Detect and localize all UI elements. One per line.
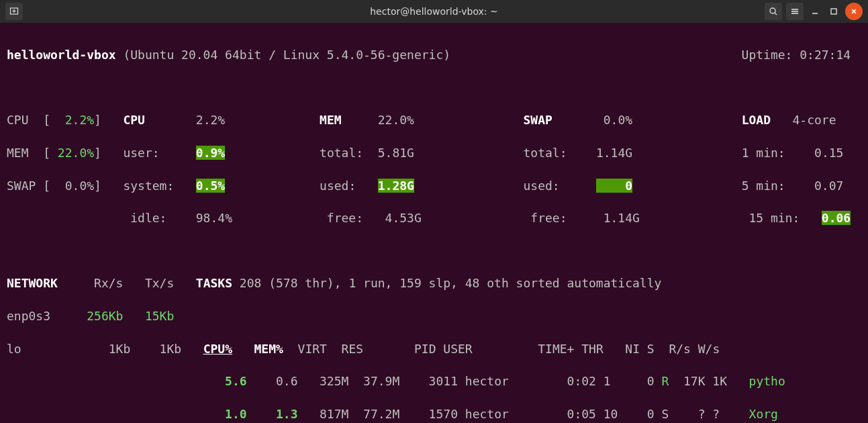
proc-wx: 1K bbox=[712, 374, 734, 388]
cpu-mini-label: CPU bbox=[7, 113, 43, 127]
window-titlebar: hector@helloworld-vbox: ~ bbox=[0, 0, 868, 23]
proc-time: 0:02 bbox=[560, 374, 596, 388]
proc-thr: 10 bbox=[604, 407, 626, 421]
col-wx: W/s bbox=[698, 342, 720, 356]
if2-rx: 1Kb bbox=[109, 342, 131, 356]
load-5-value: 0.07 bbox=[814, 179, 843, 193]
proc-virt: 817M bbox=[320, 407, 356, 421]
if1-name: enp0s3 bbox=[7, 309, 50, 323]
load-1-value: 0.15 bbox=[814, 146, 843, 160]
terminal-window: hector@helloworld-vbox: ~ helloworld-vbo… bbox=[0, 0, 868, 423]
header-line: helloworld-vbox (Ubuntu 20.04 64bit / Li… bbox=[7, 47, 861, 63]
col-user: USER bbox=[443, 342, 472, 356]
proc-ni: 0 bbox=[632, 374, 655, 388]
proc-rx: ? bbox=[683, 407, 706, 421]
proc-rx: 17K bbox=[683, 374, 706, 388]
mem-mini-label: MEM bbox=[7, 146, 43, 160]
swap-used-label: used: bbox=[524, 179, 560, 193]
new-tab-button[interactable] bbox=[5, 3, 23, 20]
stats-row-4: idle: 98.4% free: 4.53G free: 1.14G 15 m… bbox=[7, 210, 861, 226]
proc-pid: 1570 bbox=[422, 407, 458, 421]
proc-state: R bbox=[661, 374, 669, 388]
mem-total-label: total: bbox=[320, 146, 363, 160]
proc-wx: ? bbox=[712, 407, 734, 421]
col-time: TIME+ bbox=[538, 342, 574, 356]
swap-used-value: 0 bbox=[625, 179, 632, 193]
uptime-label: Uptime: bbox=[742, 48, 800, 62]
sysinfo: (Ubuntu 20.04 64bit / Linux 5.4.0-56-gen… bbox=[116, 48, 451, 62]
load-5-label: 5 min: bbox=[742, 179, 785, 193]
stats-row-2: MEM [ 22.0%] user: 0.9% total: 5.81G tot… bbox=[7, 145, 861, 161]
swap-free-label: free: bbox=[530, 211, 567, 225]
window-title: hector@helloworld-vbox: ~ bbox=[0, 5, 868, 18]
col-virt: VIRT bbox=[298, 342, 327, 356]
load-15-label: 15 min: bbox=[749, 211, 800, 225]
cpu-user-value: 0.9% bbox=[196, 146, 225, 160]
swap-total-value: 1.14G bbox=[596, 146, 632, 160]
col-s: S bbox=[647, 342, 655, 356]
terminal-content[interactable]: helloworld-vbox (Ubuntu 20.04 64bit / Li… bbox=[0, 23, 868, 423]
svg-line-4 bbox=[775, 13, 777, 15]
load-title: LOAD bbox=[742, 113, 771, 127]
process-row: 1.0 1.3 817M 77.2M 1570 hector 0:05 10 0… bbox=[7, 406, 861, 422]
col-ni: NI bbox=[625, 342, 640, 356]
cpu-user-label: user: bbox=[123, 146, 159, 160]
mem-title: MEM bbox=[320, 113, 342, 127]
tx-header: Tx/s bbox=[145, 276, 174, 290]
maximize-button[interactable] bbox=[826, 3, 841, 20]
col-rx: R/s bbox=[669, 342, 691, 356]
search-button[interactable] bbox=[765, 3, 782, 20]
proc-cpu: 5.6 bbox=[225, 374, 254, 388]
swap-pct: 0.0% bbox=[604, 113, 632, 127]
stats-row-1: CPU [ 2.2%] CPU 2.2% MEM 22.0% SWAP 0.0%… bbox=[7, 112, 861, 128]
swap-mini-label: SWAP bbox=[7, 179, 43, 193]
proc-mem: 0.6 bbox=[276, 374, 305, 388]
tasks-title: TASKS bbox=[196, 276, 232, 290]
mem-mini-value: 22.0% bbox=[50, 146, 94, 160]
proc-res: 77.2M bbox=[363, 407, 407, 421]
close-button[interactable] bbox=[845, 3, 863, 20]
proc-cmd: Xorg bbox=[749, 407, 778, 421]
col-mem: MEM% bbox=[254, 342, 283, 356]
load-15-value: 0.06 bbox=[822, 211, 851, 225]
if2-name: lo bbox=[7, 342, 21, 356]
network-title: NETWORK bbox=[7, 276, 58, 290]
swap-total-label: total: bbox=[524, 146, 567, 160]
load-1-label: 1 min: bbox=[742, 146, 785, 160]
minimize-button[interactable] bbox=[808, 3, 822, 20]
proc-mem: 1.3 bbox=[276, 407, 305, 421]
mem-pct: 22.0% bbox=[378, 113, 414, 127]
proc-virt: 325M bbox=[320, 374, 356, 388]
cpu-system-label: system: bbox=[123, 179, 174, 193]
swap-mini-value: 0.0% bbox=[50, 179, 94, 193]
cpu-idle-value: 98.4% bbox=[196, 211, 232, 225]
if1-tx: 15Kb bbox=[145, 309, 174, 323]
col-pid: PID bbox=[414, 342, 436, 356]
mem-used-value: 1.28G bbox=[378, 179, 414, 193]
cpu-title: CPU bbox=[123, 113, 145, 127]
cpu-system-value: 0.5% bbox=[196, 179, 225, 193]
mem-total-value: 5.81G bbox=[378, 146, 414, 160]
menu-button[interactable] bbox=[786, 3, 804, 20]
col-cpu: CPU% bbox=[203, 342, 232, 356]
proc-ni: 0 bbox=[632, 407, 655, 421]
cpu-idle-label: idle: bbox=[130, 211, 166, 225]
mem-free-value: 4.53G bbox=[385, 211, 422, 225]
process-row: 5.6 0.6 325M 37.9M 3011 hector 0:02 1 0 … bbox=[7, 373, 861, 389]
stats-row-3: SWAP [ 0.0%] system: 0.5% used: 1.28G us… bbox=[7, 178, 861, 194]
net-header: NETWORK Rx/s Tx/s TASKS 208 (578 thr), 1… bbox=[7, 275, 861, 291]
proc-res: 37.9M bbox=[363, 374, 407, 388]
col-thr: THR bbox=[581, 342, 604, 356]
svg-point-3 bbox=[770, 8, 775, 13]
cpu-total: 2.2% bbox=[196, 113, 225, 127]
if1-rx: 256Kb bbox=[87, 309, 123, 323]
col-res: RES bbox=[342, 342, 364, 356]
mem-free-label: free: bbox=[327, 211, 363, 225]
proc-pid: 3011 bbox=[422, 374, 458, 388]
if2-tx: 1Kb bbox=[160, 342, 182, 356]
proc-user: hector bbox=[465, 407, 524, 421]
proc-time: 0:05 bbox=[560, 407, 596, 421]
proc-cmd: pytho bbox=[749, 374, 785, 388]
cpu-mini-value: 2.2% bbox=[50, 113, 94, 127]
hostname: helloworld-vbox bbox=[7, 48, 116, 62]
